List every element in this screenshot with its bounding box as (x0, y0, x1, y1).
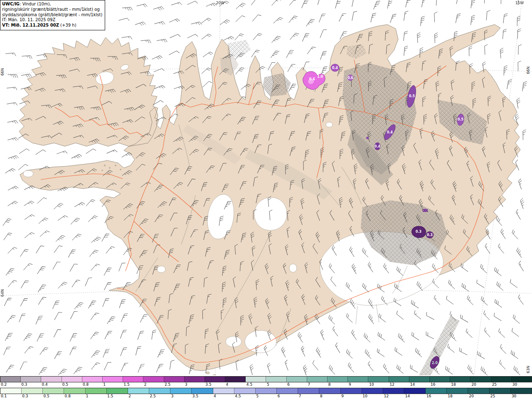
legend-tick-label: 3 (184, 382, 204, 387)
legend-tick-label: 0.5 (42, 394, 64, 399)
legend-tick-label: 3.5 (204, 382, 225, 387)
legend-tick-label: 5 (255, 394, 276, 399)
legend-tick-label: 4.5 (234, 394, 255, 399)
legend-tick-label: 6 (277, 394, 298, 399)
legend-cell (43, 388, 64, 394)
snow-colorbar-labels: 0.20.30.40.50.811.522.533.544.5567891012… (0, 382, 532, 387)
legend-cell (511, 388, 532, 394)
snow-colorbar (0, 376, 532, 382)
legend-cell (107, 388, 128, 394)
legend-tick-label: 7 (298, 394, 319, 399)
legend-tick-label: 6 (286, 382, 307, 387)
valid-time: VT: Mið. 12.11.2025 00Z (+39 h) (2, 23, 102, 28)
legend-cell (234, 388, 256, 394)
legend-cell (404, 388, 426, 394)
precip-value-label: 2.0 (432, 361, 438, 365)
legend-tick-label: 0.1 (0, 394, 21, 399)
legend-tick-label: 30 (511, 394, 532, 399)
coordinate-label: 66N (0, 68, 5, 76)
legend-tick-label: 8 (319, 394, 340, 399)
coordinate-label: 64N (0, 289, 5, 297)
legend-cell (430, 377, 450, 382)
legend-tick-label: 2.5 (164, 382, 184, 387)
legend-tick-label: 0.8 (82, 382, 102, 387)
legend-tick-label: 1 (85, 394, 106, 399)
legend-tick-label: 25 (490, 394, 511, 399)
rain-scale: 0.10.30.50.811.522.533.544.5567891012141… (0, 388, 532, 399)
legend-tick-label: 14 (409, 382, 430, 387)
legend-cell (82, 377, 103, 382)
snow-scale: 0.20.30.40.50.811.522.533.544.5567891012… (0, 376, 532, 387)
coordinate-label: 66N (526, 66, 530, 74)
legend-tick-label: 25 (491, 382, 512, 387)
legend-tick-label: 16 (430, 382, 450, 387)
legend-tick-label: 10 (368, 382, 389, 387)
legend-cell (103, 377, 123, 382)
legend-cell (266, 377, 286, 382)
legend-tick-label: 9 (348, 382, 368, 387)
legend-tick-label: 0.5 (62, 382, 82, 387)
legend-cell (447, 388, 468, 394)
legend-cell (277, 388, 298, 394)
legend-cell (123, 377, 143, 382)
precip-value-label: 1.0 (317, 75, 323, 79)
legend: 0.20.30.40.50.811.522.533.544.5567891012… (0, 375, 532, 399)
legend-tick-label: 0.3 (21, 394, 42, 399)
legend-cell (287, 377, 307, 382)
legend-cell (470, 377, 491, 382)
legend-tick-label: 0.3 (20, 382, 41, 387)
init-time: IT: Mán. 10. 11. 2025 09Z (2, 17, 102, 23)
legend-cell (128, 388, 149, 394)
legend-cell (348, 377, 368, 382)
legend-cell (185, 377, 205, 382)
legend-cell (170, 388, 192, 394)
precip-value-label: 0.4 (387, 131, 393, 134)
coordinate-label: 15W (515, 1, 524, 5)
legend-cell (0, 388, 22, 394)
legend-tick-label: 16 (426, 394, 447, 399)
precip-value-label: 0.6 (309, 77, 315, 81)
legend-tick-label: 18 (447, 394, 468, 399)
legend-tick-label: 20 (470, 382, 491, 387)
legend-tick-label: 9 (340, 394, 362, 399)
info-line-2: rigning/skúrir (grænt/blátt/rautt - mm/1… (2, 7, 102, 12)
legend-cell (225, 377, 246, 382)
legend-tick-label: 8 (328, 382, 348, 387)
legend-cell (143, 377, 164, 382)
info-line-1: UWC/IG: Vindur (10m), (2, 2, 102, 7)
legend-cell (192, 388, 213, 394)
legend-tick-label: 4.5 (246, 382, 266, 387)
legend-tick-label: 1.5 (123, 382, 143, 387)
legend-tick-label: 18 (450, 382, 470, 387)
precip-value-label: 0.4 (332, 66, 338, 70)
coordinate-label: 63N (526, 366, 530, 373)
legend-tick-label: 14 (404, 394, 426, 399)
rain-colorbar-labels: 0.10.30.50.811.522.533.544.5567891012141… (0, 394, 532, 399)
legend-tick-label: 5 (266, 382, 286, 387)
legend-cell (298, 388, 319, 394)
legend-cell (319, 388, 340, 394)
precip-value-label: 0.4 (422, 209, 429, 213)
legend-cell (246, 377, 266, 382)
precip-value-label: 0.5 (409, 94, 415, 98)
legend-tick-label: 12 (383, 394, 404, 399)
legend-cell (86, 388, 107, 394)
legend-tick-label: 3.5 (192, 394, 213, 399)
legend-tick-label: 3 (170, 394, 192, 399)
weather-map-viewport: 0.61.00.40.60.50.50.40.40.30.30.42.0 20W… (0, 0, 532, 399)
precip-value-label: 0.4 (374, 145, 381, 148)
legend-cell (368, 377, 389, 382)
model-id: UWC/IG (2, 2, 20, 6)
legend-tick-label: 2 (128, 394, 149, 399)
legend-tick-label: 4 (213, 394, 234, 399)
legend-cell (307, 377, 328, 382)
legend-cell (512, 377, 532, 382)
legend-tick-label: 30 (512, 382, 532, 387)
weather-map: 0.61.00.40.60.50.50.40.40.30.30.42.0 20W… (0, 0, 532, 376)
legend-cell (41, 377, 62, 382)
legend-tick-label: 0.2 (0, 382, 20, 387)
precip-value-label: 0.6 (347, 76, 354, 80)
legend-tick-label: 1 (102, 382, 123, 387)
model-info-box: UWC/IG: Vindur (10m), rigning/skúrir (gr… (0, 0, 105, 30)
legend-tick-label: 12 (389, 382, 409, 387)
